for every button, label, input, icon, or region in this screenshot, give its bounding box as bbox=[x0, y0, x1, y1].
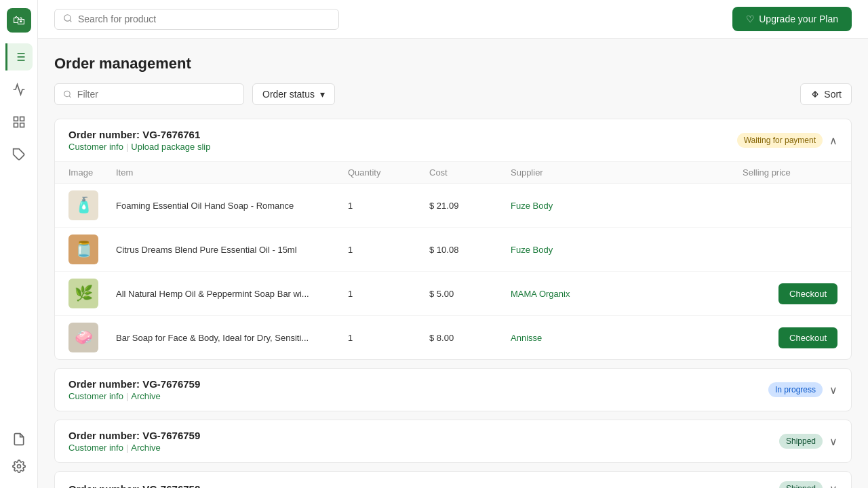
table-row: 🌿 All Natural Hemp Oil & Peppermint Soap… bbox=[55, 272, 851, 316]
svg-point-14 bbox=[64, 91, 71, 97]
product-name-4: Bar Soap for Face & Body, Ideal for Dry,… bbox=[116, 333, 348, 343]
product-image-1: 🧴 bbox=[68, 190, 116, 220]
svg-line-15 bbox=[69, 96, 71, 97]
svg-rect-8 bbox=[20, 123, 24, 127]
product-qty-3: 1 bbox=[348, 289, 429, 299]
upgrade-button[interactable]: ♡ Upgrade your Plan bbox=[732, 7, 852, 31]
order-card-3: Order number: VG-7676759 Customer info |… bbox=[54, 420, 852, 463]
table-row: 🫙 Citrus Dreams Blend Pure Essential Oil… bbox=[55, 228, 851, 272]
order-number-1: Order number: VG-7676761 bbox=[68, 129, 210, 140]
chevron-down-icon: ▾ bbox=[320, 89, 325, 100]
heart-icon: ♡ bbox=[746, 14, 755, 24]
search-box[interactable] bbox=[54, 9, 339, 30]
archive-link-2[interactable]: Archive bbox=[131, 391, 160, 401]
svg-rect-7 bbox=[20, 117, 24, 121]
filter-search-icon bbox=[63, 89, 72, 99]
product-name-2: Citrus Dreams Blend Pure Essential Oil -… bbox=[116, 245, 348, 255]
order-header-info-1: Order number: VG-7676761 Customer info |… bbox=[68, 129, 210, 152]
sort-button[interactable]: Sort bbox=[800, 83, 852, 105]
chevron-down-icon-2[interactable]: ∨ bbox=[829, 384, 837, 396]
sidebar-item-tags[interactable] bbox=[5, 141, 33, 168]
customer-info-link-1[interactable]: Customer info bbox=[68, 142, 123, 152]
order-header-right-2: In progress ∨ bbox=[768, 382, 837, 397]
table-header-1: Image Item Quantity Cost Supplier Sellin… bbox=[55, 162, 851, 184]
order-header-4: Order number: VG-7676758 Shipped ∨ bbox=[55, 472, 851, 488]
product-image-4: 🧼 bbox=[68, 323, 116, 352]
order-header-1: Order number: VG-7676761 Customer info |… bbox=[55, 119, 851, 162]
order-table-1: Image Item Quantity Cost Supplier Sellin… bbox=[55, 162, 851, 359]
sidebar-bottom bbox=[5, 426, 33, 480]
page-title: Order management bbox=[54, 55, 852, 73]
search-icon bbox=[63, 14, 73, 25]
svg-point-11 bbox=[17, 465, 20, 468]
product-qty-4: 1 bbox=[348, 333, 429, 343]
order-number-4: Order number: VG-7676758 bbox=[68, 483, 200, 489]
supplier-link-2[interactable]: Fuze Body bbox=[511, 245, 743, 255]
product-qty-1: 1 bbox=[348, 201, 429, 211]
checkout-button-3[interactable]: Checkout bbox=[778, 283, 837, 304]
product-name-3: All Natural Hemp Oil & Peppermint Soap B… bbox=[116, 289, 348, 299]
sidebar-item-analytics[interactable] bbox=[5, 76, 33, 103]
filter-input-wrap[interactable] bbox=[54, 83, 244, 105]
product-image-2: 🫙 bbox=[68, 235, 116, 264]
order-links-3: Customer info | Archive bbox=[68, 443, 200, 453]
supplier-link-3[interactable]: MAMA Organix bbox=[511, 289, 743, 299]
search-input[interactable] bbox=[78, 14, 330, 24]
order-card-1: Order number: VG-7676761 Customer info |… bbox=[54, 119, 852, 360]
order-header-info-3: Order number: VG-7676759 Customer info |… bbox=[68, 430, 200, 453]
order-header-2: Order number: VG-7676759 Customer info |… bbox=[55, 369, 851, 411]
supplier-link-1[interactable]: Fuze Body bbox=[511, 201, 743, 211]
col-item: Item bbox=[116, 167, 348, 178]
chevron-down-icon-3[interactable]: ∨ bbox=[829, 435, 837, 448]
sort-icon bbox=[810, 89, 820, 99]
topbar: ♡ Upgrade your Plan bbox=[38, 0, 868, 39]
order-header-info-2: Order number: VG-7676759 Customer info |… bbox=[68, 378, 200, 401]
status-badge-3: Shipped bbox=[779, 434, 823, 449]
customer-info-link-2[interactable]: Customer info bbox=[68, 391, 123, 401]
col-quantity: Quantity bbox=[348, 167, 429, 178]
checkout-button-4[interactable]: Checkout bbox=[778, 327, 837, 348]
order-header-right-1: Waiting for payment ∧ bbox=[737, 133, 837, 148]
product-cost-3: $ 5.00 bbox=[429, 289, 511, 299]
product-cost-4: $ 8.00 bbox=[429, 333, 511, 343]
order-card-4: Order number: VG-7676758 Shipped ∨ bbox=[54, 471, 852, 488]
order-status-dropdown[interactable]: Order status ▾ bbox=[252, 83, 335, 105]
order-links-2: Customer info | Archive bbox=[68, 391, 200, 401]
status-badge-4: Shipped bbox=[779, 481, 823, 488]
order-header-3: Order number: VG-7676759 Customer info |… bbox=[55, 420, 851, 462]
chevron-down-icon-4[interactable]: ∨ bbox=[829, 483, 837, 489]
checkout-cell-3: Checkout bbox=[743, 283, 837, 304]
status-badge-2: In progress bbox=[768, 382, 823, 397]
sidebar: 🛍 bbox=[0, 0, 38, 488]
app-logo: 🛍 bbox=[7, 8, 31, 33]
filter-bar: Order status ▾ Sort bbox=[54, 83, 852, 105]
checkout-cell-4: Checkout bbox=[743, 327, 837, 348]
order-number-3: Order number: VG-7676759 bbox=[68, 430, 200, 441]
svg-rect-6 bbox=[14, 117, 18, 121]
col-cost: Cost bbox=[429, 167, 511, 178]
upload-package-link-1[interactable]: Upload package slip bbox=[131, 142, 210, 152]
sidebar-item-orders[interactable] bbox=[5, 43, 33, 70]
order-header-info-4: Order number: VG-7676758 bbox=[68, 483, 200, 489]
customer-info-link-3[interactable]: Customer info bbox=[68, 443, 123, 453]
product-cost-2: $ 10.08 bbox=[429, 245, 511, 255]
status-badge-1: Waiting for payment bbox=[737, 133, 823, 148]
sidebar-item-products[interactable] bbox=[5, 108, 33, 136]
filter-input[interactable] bbox=[77, 89, 235, 100]
sidebar-item-settings[interactable] bbox=[5, 453, 33, 480]
supplier-link-4[interactable]: Annisse bbox=[511, 333, 743, 343]
svg-point-12 bbox=[64, 14, 71, 20]
chevron-up-icon-1[interactable]: ∧ bbox=[829, 134, 837, 147]
order-header-right-4: Shipped ∨ bbox=[779, 481, 837, 488]
svg-rect-9 bbox=[14, 123, 18, 127]
archive-link-3[interactable]: Archive bbox=[131, 443, 160, 453]
svg-line-13 bbox=[70, 20, 72, 22]
product-name-1: Foaming Essential Oil Hand Soap - Romanc… bbox=[116, 201, 348, 211]
main-content: ♡ Upgrade your Plan Order management Ord… bbox=[38, 0, 868, 488]
product-image-3: 🌿 bbox=[68, 279, 116, 308]
page-content: Order management Order status ▾ Sort Ord… bbox=[38, 39, 868, 488]
product-cost-1: $ 21.09 bbox=[429, 201, 511, 211]
sidebar-item-reports[interactable] bbox=[5, 426, 33, 453]
col-selling-price: Selling price bbox=[743, 167, 837, 178]
order-card-2: Order number: VG-7676759 Customer info |… bbox=[54, 368, 852, 411]
